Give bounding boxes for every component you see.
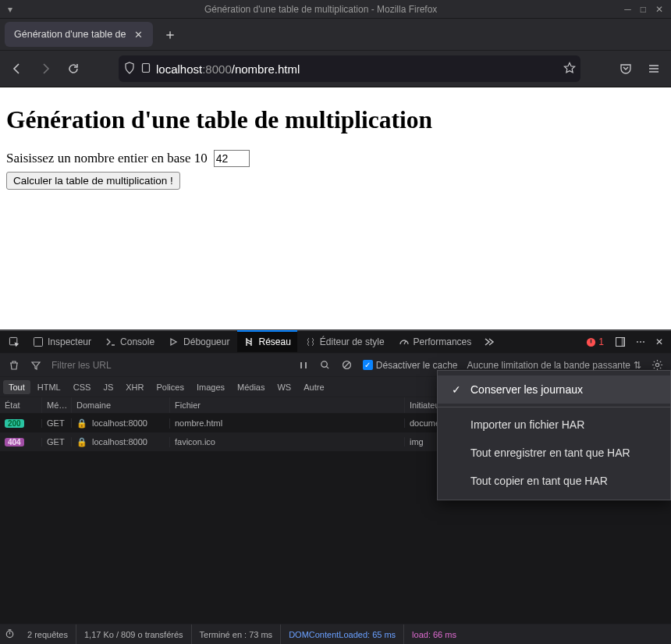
popup-copy-har[interactable]: Tout copier en tant que HAR <box>438 467 670 495</box>
svg-rect-4 <box>616 338 625 347</box>
filter-url-input[interactable]: Filtrer les URL <box>47 360 116 371</box>
filter-fonts[interactable]: Polices <box>151 380 189 394</box>
pause-icon[interactable] <box>293 356 314 375</box>
status-load: load: 66 ms <box>404 624 464 644</box>
status-badge-404: 404 <box>5 438 24 447</box>
disable-cache-checkbox[interactable]: ✓ Désactiver le cache <box>358 360 463 371</box>
url-text: localhost:8000/nombre.html <box>156 62 559 76</box>
devtools-tab-performance[interactable]: Performances <box>392 331 478 353</box>
chevron-updown-icon: ⇅ <box>634 360 641 371</box>
devtools-tab-network[interactable]: Réseau <box>237 330 296 352</box>
col-status[interactable]: État <box>0 397 42 413</box>
svg-rect-1 <box>9 337 16 344</box>
filter-js[interactable]: JS <box>98 380 119 394</box>
devtools-dock-icon[interactable] <box>610 329 630 354</box>
popup-import-har[interactable]: Importer un fichier HAR <box>438 411 670 439</box>
app-menu-icon[interactable]: ▾ <box>3 4 17 15</box>
svg-point-7 <box>343 361 351 369</box>
page-heading: Génération d'une table de multiplication <box>6 106 665 134</box>
svg-rect-2 <box>34 338 43 347</box>
forward-button[interactable] <box>33 56 58 81</box>
devtools-tab-console[interactable]: Console <box>99 331 161 353</box>
popup-persist-logs[interactable]: ✓ Conserver les journaux <box>438 375 670 404</box>
lock-icon: 🔒 <box>76 437 87 447</box>
devtools-tabs-overflow-icon[interactable] <box>479 329 499 354</box>
svg-point-8 <box>655 363 659 366</box>
shield-icon[interactable] <box>123 62 136 76</box>
devtools-pick-element-icon[interactable] <box>3 329 25 354</box>
back-button[interactable] <box>5 56 30 81</box>
svg-point-3 <box>587 337 595 346</box>
status-badge-200: 200 <box>5 419 24 428</box>
reload-button[interactable] <box>61 56 86 81</box>
clear-requests-icon[interactable] <box>3 356 25 375</box>
filter-media[interactable]: Médias <box>232 380 270 394</box>
filter-funnel-icon[interactable] <box>25 356 47 375</box>
nav-bar: localhost:8000/nombre.html <box>0 50 671 87</box>
filter-css[interactable]: CSS <box>68 380 97 394</box>
col-file[interactable]: Fichier <box>170 397 405 413</box>
devtools-tab-style-editor[interactable]: Éditeur de style <box>299 331 391 353</box>
svg-point-6 <box>321 361 327 367</box>
popup-save-har[interactable]: Tout enregistrer en tant que HAR <box>438 439 670 467</box>
lock-icon: 🔒 <box>76 418 87 429</box>
browser-tab[interactable]: Génération d'une table de ✕ <box>5 22 153 47</box>
devtools-error-count[interactable]: 1 <box>581 336 609 347</box>
window-maximize-icon[interactable]: □ <box>641 4 646 15</box>
check-icon: ✓ <box>452 383 463 396</box>
status-domcontentloaded: DOMContentLoaded: 65 ms <box>281 624 404 644</box>
col-method[interactable]: Mé… <box>42 397 72 413</box>
tab-strip: Génération d'une table de ✕ ＋ <box>0 19 671 50</box>
filter-html[interactable]: HTML <box>32 380 66 394</box>
url-bar[interactable]: localhost:8000/nombre.html <box>119 55 580 82</box>
tab-title: Génération d'une table de <box>14 29 126 40</box>
filter-other[interactable]: Autre <box>298 380 329 394</box>
svg-point-9 <box>6 631 12 637</box>
tab-close-icon[interactable]: ✕ <box>130 27 147 42</box>
status-transfer: 1,17 Ko / 809 o transférés <box>76 624 192 644</box>
svg-rect-0 <box>143 63 150 72</box>
pocket-icon[interactable] <box>613 56 638 81</box>
network-table-body: 200 GET 🔒localhost:8000 nombre.html docu… <box>0 414 671 624</box>
filter-images[interactable]: Images <box>191 380 230 394</box>
network-status-bar: 2 requêtes 1,17 Ko / 809 o transférés Te… <box>0 624 671 644</box>
devtools-kebab-icon[interactable]: ⋯ <box>632 329 649 354</box>
block-icon[interactable] <box>336 356 358 375</box>
stopwatch-icon[interactable] <box>5 628 15 640</box>
devtools-tab-inspector[interactable]: Inspecteur <box>27 331 98 353</box>
devtools-close-icon[interactable]: ✕ <box>651 329 668 354</box>
filter-all[interactable]: Tout <box>3 380 30 394</box>
number-input[interactable] <box>214 150 250 167</box>
network-settings-popup: ✓ Conserver les journaux Importer un fic… <box>437 370 671 500</box>
new-tab-button[interactable]: ＋ <box>159 23 181 45</box>
calculate-button[interactable]: Calculer la table de multiplication ! <box>6 172 180 190</box>
svg-rect-5 <box>622 338 625 347</box>
search-icon[interactable] <box>314 356 336 375</box>
app-menu-button[interactable] <box>641 56 666 81</box>
status-finish: Terminé en : 73 ms <box>192 624 282 644</box>
devtools-tab-debugger[interactable]: Débogueur <box>162 331 236 353</box>
bookmark-star-icon[interactable] <box>563 62 576 76</box>
popup-separator <box>438 407 670 407</box>
checkbox-checked-icon: ✓ <box>363 360 373 370</box>
network-table: État Mé… Domaine Fichier Initiateur 200 … <box>0 397 671 624</box>
col-domain[interactable]: Domaine <box>72 397 170 413</box>
number-label: Saisissez un nombre entier en base 10 <box>6 151 208 166</box>
site-info-icon[interactable] <box>140 62 151 76</box>
status-requests: 2 requêtes <box>20 624 76 644</box>
os-titlebar: ▾ Génération d'une table de multiplicati… <box>0 0 671 19</box>
throttling-select[interactable]: Aucune limitation de la bande passante ⇅ <box>463 360 646 371</box>
devtools-tabbar: Inspecteur Console Débogueur Réseau Édit… <box>0 329 671 353</box>
filter-xhr[interactable]: XHR <box>120 380 149 394</box>
window-close-icon[interactable]: ✕ <box>655 4 663 15</box>
window-minimize-icon[interactable]: ─ <box>624 4 631 15</box>
window-title: Génération d'une table de multiplication… <box>17 4 624 15</box>
page-content: Génération d'une table de multiplication… <box>0 87 671 329</box>
filter-ws[interactable]: WS <box>272 380 296 394</box>
